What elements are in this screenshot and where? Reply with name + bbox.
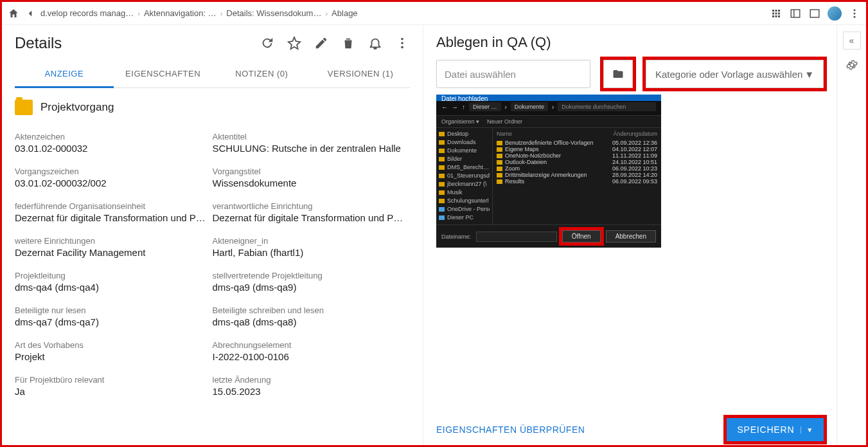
tree-item[interactable]: DMS_Berecht… — [439, 164, 490, 170]
tree-item[interactable]: jbeckmann27 (\ — [439, 181, 490, 187]
dialog-title: Datei hochladen — [436, 95, 661, 101]
tree-item[interactable]: Schulungsunterl — [439, 197, 490, 204]
nav-fwd-icon[interactable]: → — [452, 104, 458, 111]
avatar[interactable] — [828, 6, 842, 21]
category-select[interactable]: Kategorie oder Vorlage auswählen ▼ — [646, 60, 824, 88]
dialog-list: Name Änderungsdatum Benutzerdefinierte O… — [493, 128, 661, 224]
tab-notizen[interactable]: NOTIZEN (0) — [213, 61, 312, 87]
delete-icon[interactable] — [341, 35, 356, 51]
open-button[interactable]: Öffnen — [562, 230, 601, 242]
list-row[interactable]: Eigene Maps04.10.2022 12:07 — [497, 146, 657, 152]
tree-item[interactable]: Downloads — [439, 139, 490, 145]
path-seg[interactable]: Dokumente — [511, 102, 548, 111]
breadcrumb-item[interactable]: d.velop records manag… — [40, 8, 134, 18]
field-label: Beteiligte schreiben und lesen — [213, 306, 405, 315]
svg-point-0 — [854, 9, 856, 11]
tree-item[interactable]: Dieser PC — [439, 214, 490, 221]
more-vert-icon[interactable] — [394, 35, 410, 51]
col-date: Änderungsdatum — [613, 131, 657, 137]
bell-icon[interactable] — [368, 35, 383, 51]
field: AbrechnungselementI-2022-0100-0106 — [213, 334, 411, 369]
panel-icon[interactable] — [808, 7, 821, 20]
collapse-rail-button[interactable]: « — [843, 32, 861, 50]
field-value: Dezernat Facility Management — [15, 247, 208, 258]
field-label: Aktenzeichen — [15, 132, 208, 141]
home-icon[interactable] — [7, 7, 20, 20]
field-value: dms-qa8 (dms-qa8) — [213, 316, 405, 327]
star-icon[interactable] — [287, 35, 302, 51]
list-row[interactable]: Drittmittelanzeige Anmerkungen28.09.2022… — [497, 172, 657, 178]
save-button[interactable]: SPEICHERN ▼ — [727, 418, 824, 441]
nav-back-icon[interactable]: ← — [441, 104, 448, 111]
back-icon[interactable] — [24, 7, 37, 20]
chevron-right-icon: › — [220, 10, 223, 17]
path-seg[interactable]: Dieser … — [469, 102, 501, 111]
refresh-icon[interactable] — [260, 35, 275, 51]
dialog-tree: DesktopDownloadsDokumenteBilderDMS_Berec… — [436, 128, 493, 224]
tab-versionen[interactable]: VERSIONEN (1) — [311, 61, 410, 87]
list-row[interactable]: Benutzerdefinierte Office-Vorlagen05.09.… — [497, 140, 657, 146]
tab-eigenschaften[interactable]: EIGENSCHAFTEN — [114, 61, 213, 87]
tree-item[interactable]: Desktop — [439, 131, 490, 137]
field-value: Hartl, Fabian (fhartl1) — [213, 247, 405, 258]
tabs: ANZEIGE EIGENSCHAFTEN NOTIZEN (0) VERSIO… — [15, 61, 410, 88]
field-value: dms-qa9 (dms-qa9) — [213, 282, 405, 293]
field-label: Vorgangstitel — [213, 167, 405, 176]
field: Akteneigner_inHartl, Fabian (fhartl1) — [213, 230, 411, 264]
nav-up-icon[interactable]: ↑ — [462, 104, 465, 111]
field-label: verantwortliche Einrichtung — [213, 201, 405, 211]
svg-point-4 — [401, 42, 403, 44]
field: VorgangstitelWissensdokumente — [213, 160, 411, 195]
browse-button[interactable] — [603, 60, 633, 88]
file-input[interactable]: Datei auswählen — [436, 60, 590, 88]
apps-icon[interactable] — [770, 7, 783, 20]
more-vert-icon[interactable] — [848, 7, 861, 20]
panel-left-icon[interactable] — [789, 7, 802, 20]
organize-menu[interactable]: Organisieren ▾ — [441, 118, 479, 125]
field-label: federführende Organisationseinheit — [15, 201, 208, 211]
list-row[interactable]: Zoom06.09.2022 10:23 — [497, 165, 657, 172]
tree-item[interactable]: Dokumente — [439, 147, 490, 154]
chevron-right-icon: › — [325, 10, 328, 17]
field-value: I-2022-0100-0106 — [213, 351, 405, 362]
check-properties-button[interactable]: EIGENSCHAFTEN ÜBERPRÜFEN — [436, 424, 585, 435]
breadcrumb-item[interactable]: Aktennavigation: … — [144, 8, 217, 18]
list-row[interactable]: Results06.09.2022 09:53 — [497, 178, 657, 185]
filename-input[interactable] — [476, 232, 557, 242]
upload-title: Ablegen in QA (Q) — [436, 34, 824, 51]
dialog-search[interactable]: Dokumente durchsuchen — [558, 102, 656, 111]
field-value: Dezernat für digitale Transformation und… — [15, 212, 208, 223]
field-label: Vorgangszeichen — [15, 167, 208, 176]
field: Für Projektbüro relevantJa — [15, 369, 213, 403]
edit-icon[interactable] — [314, 35, 329, 51]
category-placeholder: Kategorie oder Vorlage auswählen — [655, 69, 802, 80]
list-row[interactable]: Outlook-Dateien24.10.2022 10:51 — [497, 159, 657, 165]
breadcrumb-item[interactable]: Details: Wissensdokum… — [226, 8, 321, 18]
folder-icon — [612, 68, 624, 80]
breadcrumb-item[interactable]: Ablage — [332, 8, 357, 18]
list-row[interactable]: OneNote-Notizbücher11.11.2022 11:09 — [497, 152, 657, 159]
tree-item[interactable]: OneDrive - Persor — [439, 206, 490, 212]
svg-point-5 — [401, 46, 403, 49]
tree-item[interactable]: Musik — [439, 189, 490, 196]
field-value: 03.01.02-000032/002 — [15, 178, 208, 188]
document-type: Projektvorgang — [40, 101, 114, 114]
page-title: Details — [15, 34, 62, 52]
field: AktentitelSCHULUNG: Rutsche in der zentr… — [213, 125, 411, 160]
gear-icon[interactable] — [846, 59, 858, 71]
field: Beteiligte schreiben und lesendms-qa8 (d… — [213, 299, 411, 334]
field: Projektleitungdms-qa4 (dms-qa4) — [15, 264, 213, 299]
save-label: SPEICHERN — [737, 424, 794, 435]
field-value: Projekt — [15, 351, 208, 362]
side-rail: « — [837, 25, 866, 445]
tab-anzeige[interactable]: ANZEIGE — [15, 61, 114, 88]
field-label: letzte Änderung — [213, 375, 405, 385]
file-dialog: Datei hochladen ← → ↑ Dieser … › Dokumen… — [436, 95, 661, 248]
new-folder-button[interactable]: Neuer Ordner — [487, 118, 522, 125]
cancel-button[interactable]: Abbrechen — [606, 230, 656, 242]
field: weitere EinrichtungenDezernat Facility M… — [15, 230, 213, 264]
field-label: stellvertretende Projektleitung — [213, 271, 405, 280]
tree-item[interactable]: 01_Steuerungsd — [439, 172, 490, 179]
tree-item[interactable]: Bilder — [439, 156, 490, 162]
field-value: dms-qa7 (dms-qa7) — [15, 316, 208, 327]
